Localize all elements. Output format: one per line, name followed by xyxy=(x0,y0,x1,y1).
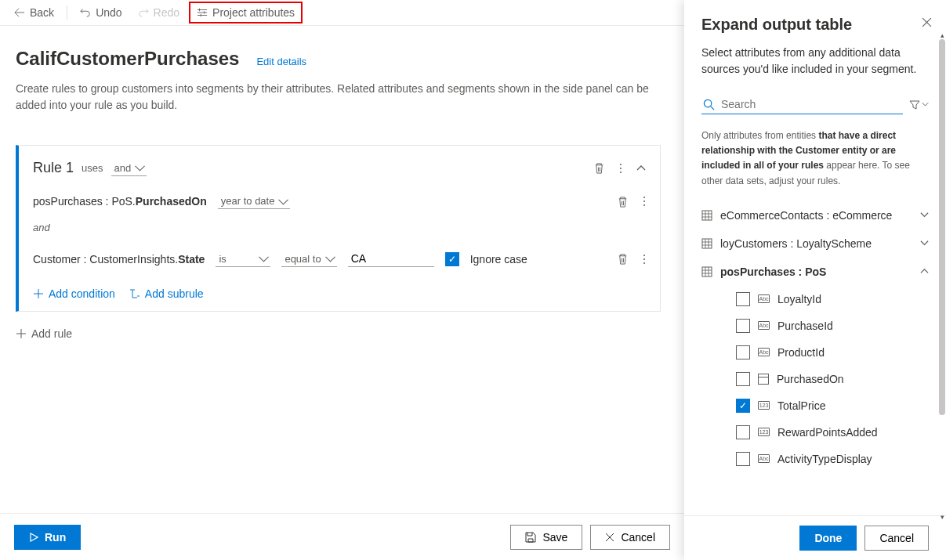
svg-point-5 xyxy=(643,204,645,206)
scroll-down-arrow[interactable]: ▾ xyxy=(938,513,946,521)
attribute-label: ActivityTypeDisplay xyxy=(777,453,872,465)
table-icon xyxy=(701,210,712,221)
scroll-up-arrow[interactable]: ▴ xyxy=(938,31,946,39)
attribute-item[interactable]: AbcLoyaltyId xyxy=(701,286,929,313)
entity-row-pos[interactable]: posPurchases : PoS xyxy=(701,258,929,286)
redo-button[interactable]: Redo xyxy=(132,3,186,22)
edit-details-link[interactable]: Edit details xyxy=(256,56,306,67)
undo-icon xyxy=(80,7,91,18)
chevron-up-icon xyxy=(920,267,929,276)
cancel-button[interactable]: Cancel xyxy=(590,525,670,550)
back-button[interactable]: Back xyxy=(8,3,60,22)
panel-done-button[interactable]: Done xyxy=(799,526,857,551)
svg-point-6 xyxy=(643,255,645,256)
delete-cond2-icon[interactable] xyxy=(617,253,629,265)
svg-point-9 xyxy=(704,99,711,107)
attribute-item[interactable]: AbcActivityTypeDisplay xyxy=(701,446,929,472)
entity-row-loyalty[interactable]: loyCustomers : LoyaltyScheme xyxy=(701,229,929,258)
undo-button[interactable]: Undo xyxy=(74,3,128,22)
entity-row-ecommerce[interactable]: eCommerceContacts : eCommerce xyxy=(701,201,929,229)
svg-point-4 xyxy=(643,201,645,202)
attribute-checkbox[interactable] xyxy=(736,372,750,386)
attribute-label: LoyaltyId xyxy=(777,293,821,305)
ignore-case-checkbox[interactable]: ✓ xyxy=(445,252,459,266)
attribute-item[interactable]: AbcPurchaseId xyxy=(701,313,929,339)
more-cond2-icon[interactable] xyxy=(643,253,646,265)
delete-rule-icon[interactable] xyxy=(593,162,605,174)
cond2-attribute: Customer : CustomerInsights.State xyxy=(33,253,205,266)
uses-label: uses xyxy=(82,162,103,174)
save-icon xyxy=(525,532,536,543)
panel-cancel-button[interactable]: Cancel xyxy=(864,526,929,551)
add-subrule-label: Add subrule xyxy=(145,287,204,300)
panel-title: Expand output table xyxy=(701,16,929,34)
delete-cond1-icon[interactable] xyxy=(617,196,629,208)
table-icon xyxy=(701,266,712,277)
save-button[interactable]: Save xyxy=(510,525,582,550)
svg-point-3 xyxy=(643,197,645,198)
redo-label: Redo xyxy=(154,6,179,19)
page-title: CalifCustomerPurchases xyxy=(16,48,239,70)
search-box[interactable] xyxy=(701,95,903,114)
svg-point-0 xyxy=(620,164,622,165)
calendar-icon xyxy=(758,374,769,385)
attribute-checkbox[interactable] xyxy=(736,425,750,439)
svg-point-7 xyxy=(643,258,645,260)
attribute-checkbox[interactable] xyxy=(736,292,750,306)
cancel-label: Cancel xyxy=(621,531,655,544)
number-type-icon: 123 xyxy=(758,401,770,410)
more-rule-icon[interactable] xyxy=(619,163,622,174)
rule-combiner-dropdown[interactable]: and xyxy=(111,161,147,176)
filter-button[interactable] xyxy=(909,99,929,110)
search-input[interactable] xyxy=(721,98,901,110)
helper-pre: Only attributes from entities xyxy=(701,130,818,141)
collapse-rule-icon[interactable] xyxy=(636,164,646,173)
chevron-down-icon xyxy=(920,211,929,219)
number-type-icon: 123 xyxy=(758,428,770,436)
plus-icon xyxy=(33,288,44,299)
rule-title: Rule 1 xyxy=(33,160,74,176)
panel-close-button[interactable] xyxy=(922,17,932,30)
cond2-op2-dropdown[interactable]: equal to xyxy=(281,251,336,267)
run-button[interactable]: Run xyxy=(14,525,81,550)
more-cond1-icon[interactable] xyxy=(643,196,646,208)
text-type-icon: Abc xyxy=(758,348,770,356)
cond2-attr-bold: State xyxy=(178,253,205,266)
entity-label: eCommerceContacts : eCommerce xyxy=(720,209,892,222)
attribute-label: TotalPrice xyxy=(777,399,825,412)
attribute-checkbox[interactable] xyxy=(736,319,750,333)
run-label: Run xyxy=(45,531,66,544)
attribute-checkbox[interactable] xyxy=(736,452,750,466)
text-type-icon: Abc xyxy=(758,294,770,303)
panel-scrollbar[interactable]: ▴ ▾ xyxy=(938,39,946,513)
add-condition-label: Add condition xyxy=(49,287,115,300)
side-panel: Expand output table Select attributes fr… xyxy=(684,0,946,560)
cond1-operator-dropdown[interactable]: year to date xyxy=(218,193,291,209)
cond2-attr-prefix: Customer : CustomerInsights. xyxy=(33,253,178,266)
toolbar-separator xyxy=(67,5,67,20)
svg-rect-10 xyxy=(702,211,712,220)
svg-rect-11 xyxy=(702,239,712,248)
ignore-case-label: Ignore case xyxy=(470,253,527,266)
attribute-item[interactable]: AbcProductId xyxy=(701,339,929,366)
condition-row-2: Customer : CustomerInsights.State is equ… xyxy=(33,251,646,267)
cond2-value-input[interactable] xyxy=(348,251,434,267)
attribute-checkbox[interactable]: ✓ xyxy=(736,399,750,413)
condition-join: and xyxy=(33,222,646,233)
attribute-label: ProductId xyxy=(777,346,825,359)
attribute-item[interactable]: 123RewardPointsAdded xyxy=(701,419,929,446)
attribute-item[interactable]: ✓123TotalPrice xyxy=(701,392,929,419)
text-type-icon: Abc xyxy=(758,454,770,463)
add-condition-button[interactable]: Add condition xyxy=(33,287,115,300)
add-subrule-button[interactable]: Add subrule xyxy=(129,287,204,300)
cond2-op1-dropdown[interactable]: is xyxy=(216,251,270,267)
project-attributes-button[interactable]: Project attributes xyxy=(189,2,303,23)
cond1-attr-prefix: posPurchases : PoS. xyxy=(33,195,136,208)
add-rule-button[interactable]: Add rule xyxy=(16,327,72,340)
redo-icon xyxy=(138,7,149,18)
back-label: Back xyxy=(30,6,54,19)
attribute-checkbox[interactable] xyxy=(736,345,750,359)
scroll-thumb[interactable] xyxy=(939,39,945,415)
attribute-item[interactable]: PurchasedOn xyxy=(701,366,929,392)
svg-point-8 xyxy=(643,262,645,264)
